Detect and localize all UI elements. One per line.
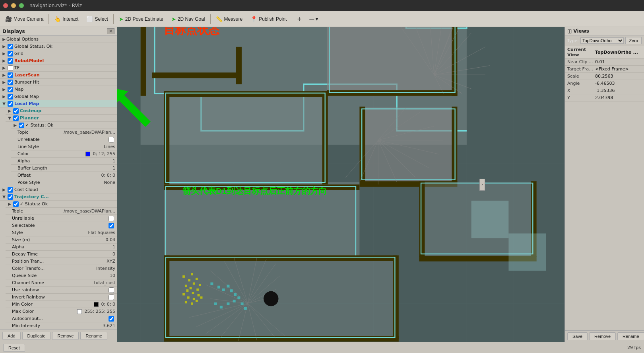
bottom-buttons: Add Duplicate Remove Rename bbox=[0, 329, 117, 342]
rviz-visualization[interactable]: 目标点状态 箭头代表D1到达目标点后正前方的方向 bbox=[117, 27, 564, 342]
svg-rect-101 bbox=[188, 279, 190, 281]
views-remove-button[interactable]: Remove bbox=[589, 332, 616, 340]
extra-button1[interactable]: ✛ bbox=[294, 15, 305, 23]
left-panel: Displays ✕ ▶ Global Options ▶ Global Sta… bbox=[0, 27, 117, 342]
svg-rect-46 bbox=[164, 336, 399, 341]
svg-rect-104 bbox=[193, 283, 195, 285]
svg-rect-42 bbox=[164, 257, 397, 341]
list-item: ▶ TF bbox=[0, 64, 117, 72]
svg-rect-53 bbox=[471, 201, 509, 238]
statusbar: Reset 29 fps bbox=[0, 342, 644, 353]
pose-estimate-button[interactable]: ➤ 2D Pose Estimate bbox=[115, 14, 167, 24]
displays-header: Displays ✕ bbox=[0, 27, 117, 36]
svg-rect-109 bbox=[196, 289, 199, 291]
svg-rect-115 bbox=[185, 301, 187, 303]
min-color-swatch[interactable] bbox=[94, 302, 99, 307]
svg-rect-21 bbox=[141, 27, 146, 96]
select-button[interactable]: ⬜ Select bbox=[83, 14, 111, 24]
displays-list[interactable]: ▶ Global Options ▶ Global Status: Ok ▶ G… bbox=[0, 36, 117, 329]
svg-rect-121 bbox=[222, 289, 225, 291]
svg-rect-130 bbox=[241, 302, 244, 305]
svg-rect-45 bbox=[393, 255, 399, 339]
svg-rect-127 bbox=[227, 302, 229, 305]
toolbar-separator3 bbox=[210, 14, 211, 24]
svg-rect-23 bbox=[236, 47, 242, 84]
nav-goal-icon: ➤ bbox=[171, 16, 176, 22]
views-y-row: Y 2.04398 bbox=[565, 94, 644, 101]
maximize-button[interactable] bbox=[19, 3, 24, 8]
extra-button2[interactable]: — ▾ bbox=[306, 15, 321, 23]
list-item: Selectable bbox=[6, 222, 117, 229]
panel-collapse-button[interactable]: › bbox=[479, 179, 485, 191]
max-color-swatch[interactable] bbox=[77, 309, 82, 314]
list-item: Decay Time 0 bbox=[6, 251, 117, 258]
reset-button[interactable]: Reset bbox=[3, 344, 25, 352]
add-button[interactable]: Add bbox=[2, 332, 21, 340]
list-item: ▶ Map bbox=[0, 86, 117, 93]
duplicate-button[interactable]: Duplicate bbox=[22, 332, 51, 340]
measure-button[interactable]: 📏 Measure bbox=[212, 14, 246, 24]
svg-rect-103 bbox=[190, 287, 192, 289]
views-type-row: Type: TopDownOrtho Orbit XYOrbit Zero bbox=[565, 35, 644, 46]
list-item: Buffer Length 1 bbox=[11, 165, 117, 172]
list-item: Unreliable bbox=[6, 215, 117, 222]
list-item: Queue Size 10 bbox=[6, 272, 117, 279]
svg-rect-36 bbox=[164, 91, 169, 184]
list-item: ▶ Bumper Hit bbox=[0, 79, 117, 86]
views-rename-button[interactable]: Rename bbox=[617, 332, 644, 340]
views-type-select[interactable]: TopDownOrtho Orbit XYOrbit bbox=[580, 37, 624, 44]
interact-icon: 👆 bbox=[54, 16, 61, 22]
views-current-view-row[interactable]: Current View TopDownOrtho ... bbox=[565, 46, 644, 59]
map-area[interactable]: 目标点状态 箭头代表D1到达目标点后正前方的方向 › bbox=[117, 27, 564, 342]
list-item: ▶ Global Status: Ok bbox=[0, 43, 117, 50]
list-item: ▶ Global Map bbox=[0, 93, 117, 100]
list-item: ▶ Global Options bbox=[0, 36, 117, 43]
move-camera-button[interactable]: 🎥 Move Camera bbox=[2, 14, 47, 24]
list-item: Topic /move_base/DWAPlan... bbox=[11, 129, 117, 136]
views-header: ◫ Views bbox=[565, 27, 644, 35]
views-angle-row: Angle -6.46503 bbox=[565, 80, 644, 87]
svg-rect-49 bbox=[419, 181, 425, 257]
rename-button[interactable]: Rename bbox=[80, 332, 107, 340]
svg-rect-105 bbox=[196, 278, 198, 280]
titlebar: navigation.rviz* - RViz bbox=[0, 0, 644, 11]
minimize-button[interactable] bbox=[11, 3, 16, 8]
svg-rect-54 bbox=[508, 234, 546, 271]
extra-icon1: ✛ bbox=[297, 16, 301, 22]
list-item: Max Color 255; 255; 255 bbox=[6, 308, 117, 315]
views-target-frame-row: Target Fra... <Fixed Frame> bbox=[565, 66, 644, 73]
svg-rect-102 bbox=[185, 285, 187, 287]
svg-rect-124 bbox=[234, 293, 237, 296]
views-save-button[interactable]: Save bbox=[567, 332, 588, 340]
publish-point-button[interactable]: 📍 Publish Point bbox=[247, 14, 290, 24]
svg-text:箭头代表D1到达目标点后正前方的方向: 箭头代表D1到达目标点后正前方的方向 bbox=[182, 186, 327, 195]
list-item: Size (m) 0.04 bbox=[6, 236, 117, 244]
svg-rect-126 bbox=[233, 300, 236, 302]
svg-rect-100 bbox=[182, 275, 185, 278]
views-zero-button[interactable]: Zero bbox=[625, 37, 642, 44]
list-item: ▼ Local Map bbox=[0, 100, 117, 107]
list-item: Invert Rainbow bbox=[6, 294, 117, 301]
svg-rect-113 bbox=[187, 296, 190, 299]
svg-rect-129 bbox=[214, 302, 217, 305]
list-item: Alpha 1 bbox=[6, 244, 117, 251]
svg-rect-117 bbox=[196, 300, 198, 302]
list-item: ▶ ✓ Status: Ok bbox=[11, 122, 117, 129]
close-button[interactable] bbox=[3, 3, 8, 8]
remove-button[interactable]: Remove bbox=[52, 332, 79, 340]
toolbar: 🎥 Move Camera 👆 Interact ⬜ Select ➤ 2D P… bbox=[0, 11, 644, 27]
svg-rect-111 bbox=[198, 294, 200, 296]
list-item: Pose Style None bbox=[11, 179, 117, 186]
list-item: ▼ Planner bbox=[6, 115, 117, 122]
svg-rect-107 bbox=[186, 289, 188, 292]
toolbar-separator4 bbox=[292, 14, 292, 24]
list-item: Channel Name total_cost bbox=[6, 279, 117, 287]
svg-text:目标点状态: 目标点状态 bbox=[164, 27, 220, 36]
list-item: Unreliable bbox=[11, 136, 117, 143]
list-item: Color 0; 12; 255 bbox=[11, 150, 117, 158]
interact-button[interactable]: 👆 Interact bbox=[50, 14, 82, 24]
svg-rect-125 bbox=[237, 296, 240, 299]
nav-goal-button[interactable]: ➤ 2D Nav Goal bbox=[168, 14, 209, 24]
displays-close-button[interactable]: ✕ bbox=[107, 28, 114, 34]
color-swatch[interactable] bbox=[85, 152, 90, 156]
